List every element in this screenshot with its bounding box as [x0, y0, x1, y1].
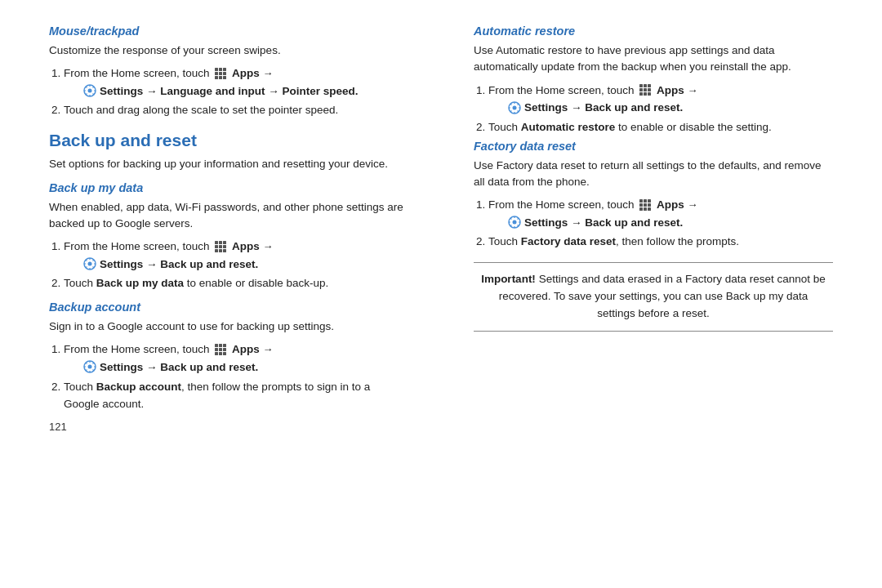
back-up-my-data-step-2: Touch Back up my data to enable or disab…	[64, 275, 408, 292]
step2-plain-5: Touch	[488, 235, 521, 247]
factory-data-reset-section: Factory data reset Use Factory data rese…	[474, 140, 833, 252]
svg-rect-28	[215, 352, 218, 355]
step1-text-before: From the Home screen, touch	[64, 67, 212, 79]
svg-rect-33	[639, 84, 643, 87]
svg-rect-7	[219, 76, 222, 79]
automatic-restore-section: Automatic restore Use Automatic restore …	[474, 24, 833, 136]
apps-label-4: Apps	[657, 84, 688, 96]
step2-bold-4: Automatic restore	[521, 121, 616, 133]
automatic-restore-body: Use Automatic restore to have previous a…	[474, 42, 833, 76]
settings-gear-icon-4	[508, 101, 521, 114]
svg-rect-16	[223, 245, 226, 248]
apps-grid-icon-2	[214, 240, 227, 253]
svg-rect-51	[644, 207, 647, 211]
step2-after-5: , then follow the prompts.	[616, 235, 739, 247]
step1-path-2: Settings → Back up and reset.	[82, 256, 408, 273]
back-up-my-data-body: When enabled, app data, Wi-Fi passwords,…	[49, 199, 408, 233]
path-text-4: Settings → Back up and reset.	[524, 100, 683, 116]
step2-plain-3: Touch	[64, 381, 96, 393]
svg-rect-36	[639, 88, 643, 91]
step1-path-text: Settings → Language and input → Pointer …	[100, 83, 359, 100]
svg-rect-14	[215, 245, 218, 248]
svg-rect-11	[215, 241, 218, 244]
step1-path-3: Settings → Back up and reset.	[82, 359, 408, 376]
backup-account-step-2: Touch Backup account, then follow the pr…	[64, 379, 408, 413]
svg-rect-5	[223, 72, 226, 75]
step2-after: to enable or disable back-up.	[184, 277, 328, 289]
step2-after-4: to enable or disable the setting.	[615, 121, 771, 133]
svg-rect-41	[648, 92, 651, 96]
step-text-before-3: From the Home screen, touch	[64, 343, 212, 355]
svg-rect-8	[223, 76, 226, 79]
mouse-trackpad-title: Mouse/trackpad	[49, 24, 408, 38]
svg-rect-27	[223, 348, 226, 351]
svg-point-54	[513, 220, 517, 225]
factory-data-reset-body: Use Factory data reset to return all set…	[474, 158, 833, 191]
path-text-5: Settings → Back up and reset.	[524, 215, 683, 231]
mouse-trackpad-step-1: From the Home screen, touch	[64, 65, 408, 100]
svg-rect-15	[219, 245, 222, 248]
svg-rect-6	[215, 76, 218, 79]
step2-plain: Touch	[64, 277, 96, 289]
auto-restore-step-1: From the Home screen, touch	[488, 82, 833, 117]
settings-gear-icon-3	[83, 360, 96, 373]
svg-rect-34	[644, 84, 647, 87]
back-up-my-data-section: Back up my data When enabled, app data, …	[49, 181, 408, 293]
step1-path: Settings → Language and input → Pointer …	[82, 83, 408, 100]
important-text: Settings and data erased in a Factory da…	[499, 273, 826, 319]
auto-restore-step-2: Touch Automatic restore to enable or dis…	[488, 119, 833, 136]
svg-rect-24	[223, 344, 226, 347]
svg-rect-2	[223, 68, 226, 71]
factory-reset-step-1: From the Home screen, touch	[488, 197, 833, 231]
svg-rect-44	[639, 199, 643, 203]
svg-rect-47	[639, 203, 643, 207]
apps-label-2: Apps	[232, 240, 263, 252]
svg-rect-4	[219, 72, 222, 75]
svg-rect-22	[215, 344, 218, 347]
backup-account-body: Sign in to a Google account to use for b…	[49, 318, 408, 335]
step2-plain-4: Touch	[488, 121, 521, 133]
back-up-my-data-title: Back up my data	[49, 181, 408, 194]
svg-rect-19	[223, 249, 226, 252]
automatic-restore-title: Automatic restore	[474, 24, 833, 38]
backup-account-step-1: From the Home screen, touch	[64, 341, 408, 376]
factory-data-reset-title: Factory data reset	[474, 140, 833, 153]
step2-text: Touch and drag along the scale to set th…	[64, 104, 338, 116]
svg-rect-13	[223, 241, 226, 244]
svg-point-43	[513, 105, 517, 109]
step2-bold-5: Factory data reset	[521, 235, 616, 247]
settings-gear-icon	[83, 84, 96, 97]
apps-grid-icon-5	[639, 198, 652, 212]
step1-path-5: Settings → Back up and reset.	[506, 215, 833, 231]
important-box: Important! Settings and data erased in a…	[474, 262, 833, 332]
step-text-before: From the Home screen, touch	[64, 240, 212, 252]
backup-account-section: Backup account Sign in to a Google accou…	[49, 301, 408, 412]
svg-rect-18	[219, 249, 222, 252]
svg-rect-40	[644, 92, 647, 96]
step-text-before-5: From the Home screen, touch	[488, 198, 637, 211]
svg-rect-45	[644, 199, 647, 203]
step1-apps-label: Apps	[232, 67, 263, 79]
factory-reset-step-2: Touch Factory data reset, then follow th…	[488, 234, 833, 251]
svg-rect-12	[219, 241, 222, 244]
svg-rect-52	[648, 207, 651, 211]
svg-rect-0	[215, 68, 218, 71]
mouse-trackpad-section: Mouse/trackpad Customize the response of…	[49, 24, 408, 119]
backup-account-title: Backup account	[49, 301, 408, 314]
back-up-my-data-steps: From the Home screen, touch	[64, 238, 408, 292]
svg-rect-3	[215, 72, 218, 75]
svg-rect-30	[223, 352, 226, 355]
apps-grid-icon-3	[214, 343, 227, 356]
back-up-reset-body: Set options for backing up your informat…	[49, 156, 408, 172]
back-up-reset-title: Back up and reset	[49, 131, 408, 150]
page-number: 121	[49, 421, 408, 433]
svg-rect-29	[219, 352, 222, 355]
step1-path-4: Settings → Back up and reset.	[506, 100, 833, 116]
mouse-trackpad-body: Customize the response of your screen sw…	[49, 42, 408, 59]
step2-bold-3: Backup account	[96, 381, 181, 393]
apps-label-3: Apps	[232, 343, 263, 355]
svg-rect-49	[648, 203, 651, 207]
back-up-my-data-step-1: From the Home screen, touch	[64, 238, 408, 273]
page: Mouse/trackpad Customize the response of…	[0, 0, 882, 588]
path-text-3: Settings → Back up and reset.	[100, 359, 258, 376]
